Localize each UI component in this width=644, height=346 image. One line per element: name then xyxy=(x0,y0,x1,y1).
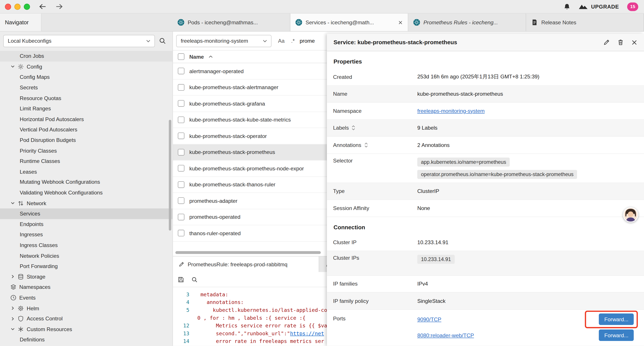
search-query[interactable]: prome xyxy=(300,38,315,44)
match-case-toggle[interactable]: Aa xyxy=(278,38,284,44)
row-checkbox[interactable] xyxy=(178,116,184,123)
sidebar-item-helm[interactable]: Helm xyxy=(0,303,172,313)
namespace-link[interactable]: freeleaps-monitoring-system xyxy=(417,108,485,114)
sidebar-item-cron-jobs[interactable]: Cron Jobs xyxy=(0,51,172,61)
table-row[interactable]: alertmanager-operated xyxy=(173,63,327,79)
sidebar-search-icon[interactable] xyxy=(159,37,166,44)
back-button[interactable] xyxy=(39,4,46,9)
sidebar-item-ingress-classes[interactable]: Ingress Classes xyxy=(0,240,172,251)
table-row[interactable]: kube-prometheus-stack-thanos-ruler xyxy=(173,177,327,193)
sidebar-item-vertical-pod-autoscalers[interactable]: Vertical Pod Autoscalers xyxy=(0,124,172,135)
sidebar-item-resource-quotas[interactable]: Resource Quotas xyxy=(0,93,172,103)
row-checkbox[interactable] xyxy=(178,149,184,155)
sidebar-item-network-policies[interactable]: Network Policies xyxy=(0,250,172,261)
sidebar-item-mutating-webhook-configurations[interactable]: Mutating Webhook Configurations xyxy=(0,177,172,187)
sidebar-item-custom-resources[interactable]: Custom Resources xyxy=(0,324,172,335)
sidebar-item-ingresses[interactable]: Ingresses xyxy=(0,230,172,240)
table-row[interactable]: thanos-ruler-operated xyxy=(173,225,327,242)
upgrade-button[interactable]: UPGRADE xyxy=(579,3,619,10)
sidebar-item-label: Events xyxy=(19,295,36,301)
namespace-filter[interactable]: freeleaps-monitoring-system xyxy=(176,34,272,47)
avatar[interactable] xyxy=(623,207,638,222)
save-icon[interactable] xyxy=(178,276,184,283)
forward-button[interactable]: Forward... xyxy=(599,314,634,325)
editor-search-icon[interactable] xyxy=(191,276,198,283)
sidebar-item-secrets[interactable]: Secrets xyxy=(0,82,172,93)
sidebar-item-endpoints[interactable]: Endpoints xyxy=(0,219,172,230)
sidebar-item-network[interactable]: Network xyxy=(0,198,172,209)
sidebar-item-access-control[interactable]: Access Control xyxy=(0,313,172,324)
expander-icon[interactable] xyxy=(364,142,368,148)
edit-icon[interactable] xyxy=(603,39,610,45)
notification-badge[interactable]: 15 xyxy=(627,2,638,11)
sidebar-item-label: Config Maps xyxy=(20,74,50,80)
code-editor[interactable]: 3metadata:4annotations:5kubectl.kubernet… xyxy=(173,287,327,346)
horizontal-scrollbar[interactable] xyxy=(175,251,325,254)
sidebar-item-storage[interactable]: Storage xyxy=(0,271,172,282)
close-window-button[interactable] xyxy=(5,3,11,10)
notifications-bell-icon[interactable] xyxy=(564,3,570,10)
expander-icon[interactable] xyxy=(352,125,355,131)
editor-tab-partial[interactable] xyxy=(320,256,327,272)
editor-tab[interactable]: PrometheusRule: freeleaps-prod-rabbitmq xyxy=(173,256,319,272)
sidebar-item-namespaces[interactable]: Namespaces xyxy=(0,282,172,292)
sidebar-scrollbar[interactable] xyxy=(169,120,171,231)
maximize-window-button[interactable] xyxy=(24,3,30,10)
sidebar-item-port-forwarding[interactable]: Port Forwarding xyxy=(0,261,172,271)
minimize-window-button[interactable] xyxy=(14,3,20,10)
row-checkbox[interactable] xyxy=(178,181,184,188)
port-link[interactable]: 9090/TCP xyxy=(417,316,442,322)
events-icon xyxy=(10,295,17,301)
sidebar-item-horizontal-pod-autoscalers[interactable]: Horizontal Pod Autoscalers xyxy=(0,114,172,124)
table-row[interactable]: kube-prometheus-stack-kube-state-metrics xyxy=(173,112,327,128)
sidebar-item-config-maps[interactable]: Config Maps xyxy=(0,72,172,82)
scrollbar-thumb[interactable] xyxy=(175,251,321,254)
app-window: UPGRADE 15 Navigator Pods - icecheng@mat… xyxy=(0,0,644,346)
row-checkbox[interactable] xyxy=(178,214,184,220)
close-panel-icon[interactable] xyxy=(631,39,638,45)
tab-pods-icecheng-mathmas[interactable]: Pods - icecheng@mathmas... xyxy=(172,13,290,31)
row-checkbox[interactable] xyxy=(178,100,184,107)
tab-prometheus-rules-icecheng[interactable]: Prometheus Rules - icecheng... xyxy=(408,13,526,31)
delete-icon[interactable] xyxy=(617,39,624,45)
close-tab-icon[interactable] xyxy=(398,20,403,25)
row-checkbox[interactable] xyxy=(178,68,184,74)
select-all-checkbox[interactable] xyxy=(178,53,184,60)
table-row[interactable]: prometheus-operated xyxy=(173,209,327,225)
sidebar-item-leases[interactable]: Leases xyxy=(0,166,172,177)
kubeconfig-selector[interactable]: Local Kubeconfigs xyxy=(3,34,155,47)
sort-ascending-icon[interactable] xyxy=(209,55,213,58)
sidebar-item-config[interactable]: Config xyxy=(0,61,172,72)
sidebar-item-definitions[interactable]: Definitions xyxy=(0,335,172,345)
line-number: 13 xyxy=(173,330,194,338)
sidebar-item-services[interactable]: Services xyxy=(0,209,172,219)
tab-services-icecheng-math[interactable]: Services - icecheng@math... xyxy=(290,13,408,31)
row-checkbox[interactable] xyxy=(178,165,184,172)
forward-button[interactable] xyxy=(56,4,63,9)
table-row[interactable]: kube-prometheus-stack-prometheus-node-ex… xyxy=(173,161,327,177)
sidebar-item-limit-ranges[interactable]: Limit Ranges xyxy=(0,103,172,114)
service-name: kube-prometheus-stack-alertmanager xyxy=(190,84,278,90)
navigator-tab[interactable]: Navigator xyxy=(0,13,42,31)
row-checkbox[interactable] xyxy=(178,230,184,237)
table-row[interactable]: kube-prometheus-stack-alertmanager xyxy=(173,79,327,96)
table-row[interactable]: kube-prometheus-stack-operator xyxy=(173,128,327,144)
table-row[interactable]: kube-prometheus-stack-prometheus xyxy=(173,144,327,161)
forward-button[interactable]: Forward... xyxy=(599,330,634,341)
row-checkbox[interactable] xyxy=(178,133,184,139)
detail-label-text: Ports xyxy=(333,315,346,322)
sidebar-item-runtime-classes[interactable]: Runtime Classes xyxy=(0,156,172,166)
regex-toggle[interactable]: .* xyxy=(291,38,294,44)
table-row[interactable]: kube-prometheus-stack-grafana xyxy=(173,96,327,112)
sidebar-item-priority-classes[interactable]: Priority Classes xyxy=(0,145,172,156)
sidebar-item-validating-webhook-configurations[interactable]: Validating Webhook Configurations xyxy=(0,187,172,198)
tab-release-notes[interactable]: Release Notes xyxy=(526,13,644,31)
name-column-header[interactable]: Name xyxy=(190,54,204,60)
row-checkbox[interactable] xyxy=(178,84,184,91)
table-row[interactable]: prometheus-adapter xyxy=(173,193,327,209)
port-link[interactable]: 8080:reloader-web/TCP xyxy=(417,332,474,338)
sidebar-item-label: Limit Ranges xyxy=(20,106,51,112)
row-checkbox[interactable] xyxy=(178,198,184,204)
sidebar-item-events[interactable]: Events xyxy=(0,292,172,303)
sidebar-item-pod-disruption-budgets[interactable]: Pod Disruption Budgets xyxy=(0,135,172,145)
